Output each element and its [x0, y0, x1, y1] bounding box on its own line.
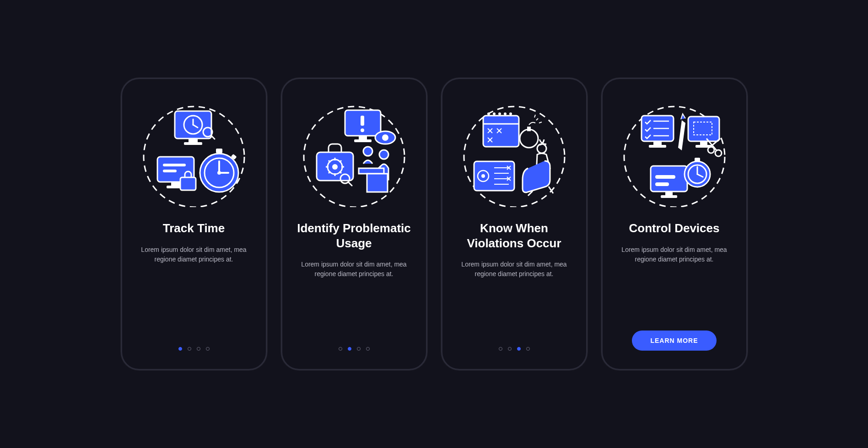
svg-point-54 — [509, 112, 512, 115]
svg-rect-66 — [474, 161, 514, 191]
screen-description: Lorem ipsum dolor sit dim amet, mea regi… — [453, 260, 575, 347]
dot-2[interactable] — [188, 347, 191, 351]
dot-1[interactable] — [178, 347, 182, 351]
dot-4[interactable] — [526, 347, 530, 351]
svg-point-92 — [715, 150, 722, 156]
svg-rect-45 — [359, 168, 384, 174]
screen-title: Track Time — [163, 221, 225, 236]
svg-line-63 — [536, 118, 538, 120]
svg-point-52 — [498, 112, 501, 115]
learn-more-button[interactable]: LEARN MORE — [632, 331, 716, 351]
svg-point-68 — [481, 174, 485, 178]
svg-rect-102 — [695, 158, 700, 161]
track-time-icon — [139, 97, 249, 207]
dot-4[interactable] — [366, 347, 370, 351]
onboarding-screen-4: Control Devices Lorem ipsum dolor sit di… — [601, 78, 748, 370]
dot-1[interactable] — [339, 347, 342, 351]
svg-rect-13 — [163, 170, 177, 172]
onboarding-screen-1: Track Time Lorem ipsum dolor sit dim ame… — [121, 78, 267, 370]
svg-rect-48 — [483, 116, 519, 147]
svg-line-42 — [348, 182, 352, 186]
onboarding-screen-2: Identify Problematic Usage Lorem ipsum d… — [281, 78, 427, 370]
violations-icon — [459, 97, 569, 207]
svg-rect-88 — [700, 141, 707, 145]
svg-line-64 — [539, 122, 542, 123]
svg-point-32 — [332, 164, 338, 170]
onboarding-screens: Track Time Lorem ipsum dolor sit dim ame… — [121, 78, 748, 370]
svg-rect-14 — [180, 177, 196, 190]
svg-rect-62 — [527, 127, 531, 131]
svg-point-50 — [487, 112, 490, 115]
svg-line-65 — [534, 115, 535, 117]
screen-description: Lorem ipsum dolor sit dim amet, mea regi… — [614, 245, 735, 331]
pagination-dots — [339, 347, 370, 355]
svg-point-51 — [493, 112, 496, 115]
svg-point-53 — [504, 112, 507, 115]
dot-3[interactable] — [357, 347, 361, 351]
dot-1[interactable] — [499, 347, 502, 351]
svg-point-27 — [361, 128, 364, 132]
svg-rect-25 — [354, 139, 372, 142]
dot-2[interactable] — [348, 347, 351, 351]
screen-title: Identify Problematic Usage — [293, 221, 415, 251]
dot-3[interactable] — [517, 347, 521, 351]
control-devices-icon — [620, 97, 729, 207]
svg-rect-98 — [655, 175, 675, 179]
svg-rect-83 — [649, 145, 666, 148]
svg-rect-87 — [688, 117, 719, 141]
svg-point-29 — [382, 134, 388, 141]
svg-point-21 — [217, 171, 221, 175]
svg-rect-24 — [359, 136, 367, 139]
svg-point-44 — [379, 150, 388, 159]
screen-description: Lorem ipsum dolor sit dim amet, mea regi… — [293, 260, 415, 347]
svg-point-43 — [363, 147, 372, 156]
dot-4[interactable] — [206, 347, 210, 351]
pagination-dots — [499, 347, 530, 355]
screen-description: Lorem ipsum dolor sit dim amet, mea regi… — [133, 245, 255, 347]
dot-3[interactable] — [197, 347, 200, 351]
identify-usage-icon — [299, 97, 409, 207]
svg-rect-12 — [163, 164, 186, 166]
screen-title: Control Devices — [629, 221, 720, 236]
svg-rect-17 — [216, 149, 222, 153]
onboarding-screen-3: Know When Violations Occur Lorem ipsum d… — [441, 78, 588, 370]
svg-rect-99 — [655, 182, 669, 186]
svg-rect-3 — [184, 142, 202, 145]
svg-rect-2 — [189, 139, 198, 142]
svg-rect-97 — [661, 195, 677, 198]
svg-point-91 — [708, 147, 714, 153]
svg-rect-26 — [361, 116, 364, 126]
dot-2[interactable] — [508, 347, 512, 351]
svg-point-61 — [520, 129, 538, 148]
screen-title: Know When Violations Occur — [453, 221, 575, 251]
svg-rect-82 — [653, 141, 662, 145]
pagination-dots — [178, 347, 210, 355]
svg-rect-10 — [171, 182, 180, 186]
svg-rect-46 — [367, 174, 388, 192]
svg-rect-96 — [665, 192, 673, 195]
